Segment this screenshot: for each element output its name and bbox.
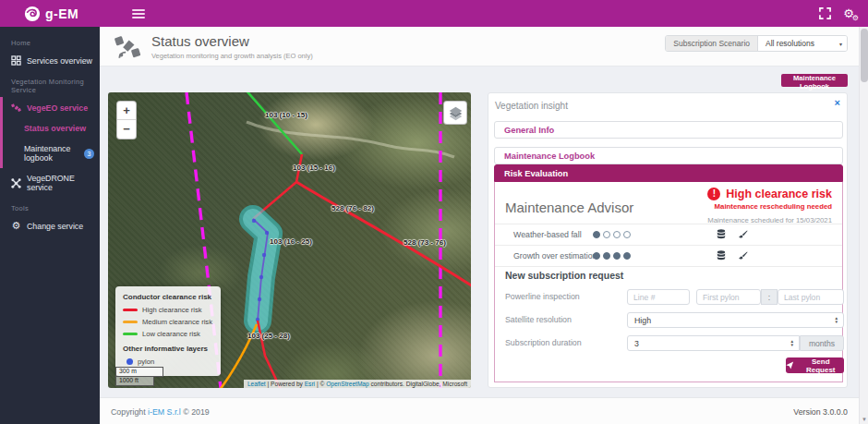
maintenance-advisor-title: Maintenance Advisor [505,200,633,215]
sidebar-section-home: Home [0,32,100,50]
scrollbar-thumb[interactable] [861,29,868,82]
map-canvas[interactable]: 103 (10 - 15)103 (15 - 16)528 (76 - 82)5… [108,92,471,388]
map-zoom-control: + − [116,101,137,139]
accordion-risk-evaluation[interactable]: Risk Evaluation [494,164,843,182]
risk-dot [603,252,610,260]
company-link[interactable]: i-EM S.r.l [148,407,181,417]
risk-dot [593,252,600,260]
medium-risk-line [217,324,257,388]
indicator-row-growth: Growth over estimation [495,246,842,266]
legend-item-high: High clearance risk [123,306,213,314]
notification-badge: 3 [84,149,94,159]
high-risk-line-528 [296,182,471,288]
map-layers-button[interactable] [443,101,467,125]
map-scale-control: 300 m 1000 ft [115,367,163,386]
risk-dot [623,252,631,260]
brush-icon[interactable] [738,251,748,261]
sidebar-item-label: VegeEO service [27,103,88,113]
grid-icon [11,55,21,66]
cogs-icon: ⚙ [11,221,21,231]
sidebar-item-label: Change service [27,222,83,231]
sidebar-section-tools: Tools [0,198,100,215]
last-pylon-input[interactable] [778,289,844,305]
risk-level-dots [593,231,631,238]
menu-toggle-icon[interactable] [132,9,145,18]
page-scrollbar[interactable]: ▼ [859,27,868,424]
map-attribution: Leaflet | Powered by Esri | © OpenStreet… [244,380,471,388]
risk-dot [623,231,631,238]
panel-title: Vegetation insight [495,101,568,111]
database-icon[interactable] [717,250,726,261]
sidebar-item-maintenance-logbook[interactable]: Maintenance logbook 3 [3,139,100,168]
zoom-in-button[interactable]: + [117,102,136,120]
sidebar-item-change-service[interactable]: ⚙ Change service [0,215,100,236]
close-icon[interactable]: × [835,98,840,108]
fullscreen-icon[interactable] [818,7,831,20]
brand-logo[interactable]: g-EM [24,6,78,22]
accordion-general-info[interactable]: General Info [494,121,843,139]
indicator-row-weather: Weather-based fall [495,224,842,245]
top-bar: g-EM ⚙⚙ [0,0,868,27]
sidebar-item-status-overview[interactable]: Status overview [3,118,100,139]
risk-dot [613,252,621,260]
legend-item-low: Low clearance risk [123,330,213,338]
sidebar-item-label: VegeDRONE service [27,174,94,192]
satellite-service-icon [113,32,144,61]
first-pylon-input[interactable] [696,289,761,305]
vegetation-insight-panel: Vegetation insight × General Info Mainte… [488,92,848,388]
sidebar-item-services-overview[interactable]: Services overview [0,50,100,71]
legend-other-title: Other informative layers [123,345,213,353]
risk-dot [593,231,600,238]
paper-plane-icon [786,361,794,369]
scale-metric: 300 m [115,367,163,377]
leaflet-link[interactable]: Leaflet [247,381,266,387]
satellite-icon [11,103,21,113]
esri-link[interactable]: Esri [305,381,315,387]
layers-icon [448,105,464,121]
send-request-button[interactable]: Send Request [786,357,844,373]
settings-cogs-icon[interactable]: ⚙⚙ [842,7,855,20]
scrollbar-down-arrow[interactable]: ▼ [860,415,868,424]
globe-logo-icon [24,6,41,22]
map-legend: Conductor clearance risk High clearance … [115,286,221,376]
drone-icon [11,178,21,188]
risk-title: High clearance risk [726,188,832,200]
line-number-input[interactable] [627,289,690,305]
footer: Copyright i-EM S.r.l © 2019 Version 3.0.… [100,397,859,424]
exclamation-circle-icon: ! [707,188,720,200]
chevron-down-icon: ▾ [839,41,842,47]
copyright-text: Copyright i-EM S.r.l © 2019 [111,407,210,417]
indicator-label: Weather-based fall [513,230,582,239]
duration-stepper[interactable]: 3 ▲▼ [627,335,800,351]
zoom-out-button[interactable]: − [117,120,136,139]
sidebar-item-vegeeo-service[interactable]: VegeEO service [3,97,100,118]
risk-flag: ! High clearance risk Maintenance resche… [707,188,832,224]
select-spinner-icon: ▲▼ [834,317,838,324]
version-text: Version 3.0.0.0 [793,407,848,417]
risk-dot [613,231,621,238]
accordion-maintenance-logbook[interactable]: Maintenance Logbook [494,147,843,164]
sidebar-section-vegetation: Vegetation Monitoring Service [0,71,100,97]
subscription-duration-label: Subscription duration [505,338,582,347]
resolution-select[interactable]: All resolutions ▾ [758,36,847,51]
risk-evaluation-body: Maintenance Advisor ! High clearance ris… [494,182,843,382]
maintenance-logbook-button[interactable]: Maintenance Logbook [781,74,848,87]
osm-link[interactable]: OpenStreetMap [326,381,369,387]
risk-dot [603,231,610,238]
stepper-spinner-icon: ▲▼ [790,340,794,347]
database-icon[interactable] [717,229,726,240]
page-title: Status overview [151,33,249,49]
sidebar-item-vegedrone-service[interactable]: VegeDRONE service [0,168,100,198]
sidebar-item-label: Maintenance logbook [24,144,76,163]
brush-icon[interactable] [738,230,748,240]
indicator-label: Growth over estimation [513,251,597,260]
satellite-resolution-label: Satellite resolution [505,315,572,324]
pylon-swatch [127,358,133,365]
satellite-resolution-select[interactable]: High ▲▼ [627,312,844,328]
risk-level-dots [593,252,631,260]
pylon-range-separator: : [761,289,778,305]
high-risk-swatch [123,309,138,311]
app-window: g-EM ⚙⚙ Home Services overview Vegetatio… [0,0,868,424]
powerline-inspection-label: Powerline inspection [505,292,580,301]
sidebar-active-group: VegeEO service Status overview Maintenan… [0,97,100,168]
